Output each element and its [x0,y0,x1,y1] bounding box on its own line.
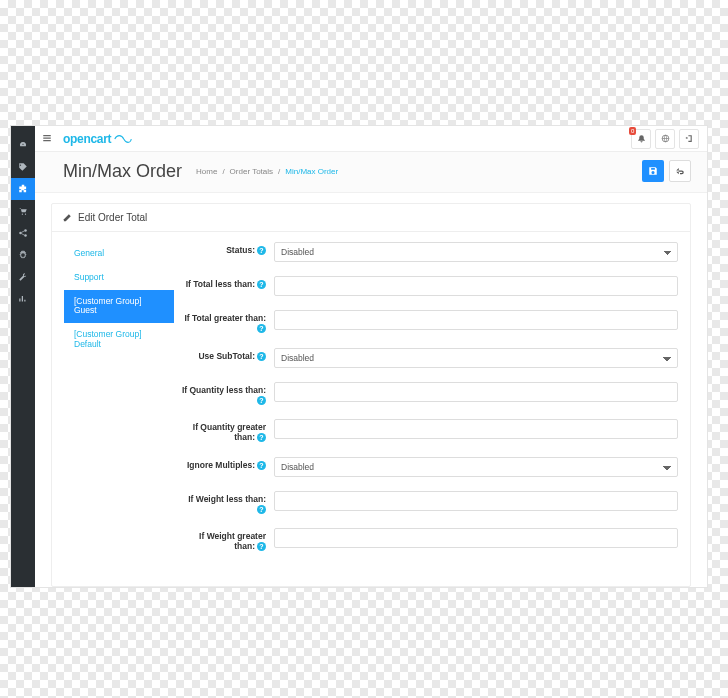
label-ignore-multiples: Ignore Multiples:? [180,457,266,471]
store-button[interactable] [655,129,675,149]
tab-customer-group-guest[interactable]: [Customer Group] Guest [64,290,174,324]
label-weight-less: If Weight less than:? [180,491,266,515]
panel-body: General Support [Customer Group] Guest [… [52,232,690,562]
label-weight-greater: If Weight greater than:? [180,528,266,552]
notifications-button[interactable]: 0 [631,129,651,149]
qty-less-input[interactable] [274,382,678,402]
header-actions [642,160,691,182]
help-icon[interactable]: ? [257,433,266,442]
app-window: opencart 0 Min/Max Order Home/ Order Tot… [10,125,708,588]
side-tabs: General Support [Customer Group] Guest [… [64,242,174,552]
tab-general[interactable]: General [64,242,174,266]
rail-reports[interactable] [11,288,35,310]
panel-title: Edit Order Total [78,212,147,223]
back-button[interactable] [669,160,691,182]
label-subtotal: Use SubTotal:? [180,348,266,362]
label-qty-less: If Quantity less than:? [180,382,266,406]
form: Status:? Disabled If Total less than:? I… [180,242,678,552]
label-total-greater: If Total greater than:? [180,310,266,334]
breadcrumb: Home/ Order Totals/ Min/Max Order [196,167,338,176]
pencil-icon [62,213,72,223]
rail-catalog[interactable] [11,156,35,178]
help-icon[interactable]: ? [257,505,266,514]
label-status: Status:? [180,242,266,256]
rail-dashboard[interactable] [11,134,35,156]
topbar: opencart 0 [35,126,707,152]
rail-tools[interactable] [11,266,35,288]
qty-greater-input[interactable] [274,419,678,439]
sidebar-rail [11,126,35,587]
bell-icon [637,134,646,143]
subtotal-select[interactable]: Disabled [274,348,678,368]
save-icon [648,166,658,176]
main-area: opencart 0 Min/Max Order Home/ Order Tot… [35,126,707,587]
rail-share[interactable] [11,222,35,244]
svg-point-1 [24,229,27,232]
help-icon[interactable]: ? [257,461,266,470]
help-icon[interactable]: ? [257,352,266,361]
page-header: Min/Max Order Home/ Order Totals/ Min/Ma… [35,152,707,193]
crumb-order-totals[interactable]: Order Totals [230,167,273,176]
total-less-input[interactable] [274,276,678,296]
menu-toggle-icon[interactable] [42,133,52,145]
help-icon[interactable]: ? [257,542,266,551]
crumb-home[interactable]: Home [196,167,217,176]
panel-heading: Edit Order Total [52,204,690,232]
rail-extensions[interactable] [11,178,35,200]
weight-greater-input[interactable] [274,528,678,548]
help-icon[interactable]: ? [257,280,266,289]
rail-sales[interactable] [11,200,35,222]
back-icon [675,166,685,176]
help-icon[interactable]: ? [257,324,266,333]
total-greater-input[interactable] [274,310,678,330]
tab-customer-group-default[interactable]: [Customer Group] Default [64,323,174,357]
help-icon[interactable]: ? [257,246,266,255]
page-title: Min/Max Order [63,161,182,182]
globe-icon [661,134,670,143]
logout-icon [685,134,694,143]
help-icon[interactable]: ? [257,396,266,405]
svg-point-2 [24,234,27,237]
brand-logo[interactable]: opencart [63,132,132,146]
status-select[interactable]: Disabled [274,242,678,262]
save-button[interactable] [642,160,664,182]
notifications-badge: 0 [629,127,636,135]
ignore-multiples-select[interactable]: Disabled [274,457,678,477]
logout-button[interactable] [679,129,699,149]
label-qty-greater: If Quantity greater than:? [180,419,266,443]
label-total-less: If Total less than:? [180,276,266,290]
rail-system[interactable] [11,244,35,266]
panel: Edit Order Total General Support [Custom… [51,203,691,587]
weight-less-input[interactable] [274,491,678,511]
crumb-current[interactable]: Min/Max Order [285,167,338,176]
tab-support[interactable]: Support [64,266,174,290]
